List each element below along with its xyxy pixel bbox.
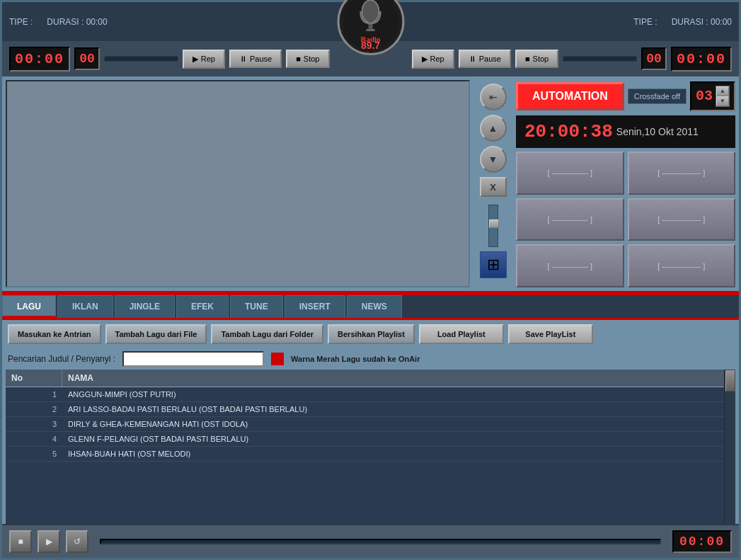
grid-button-5[interactable]: [ -------------- ]	[516, 244, 624, 287]
digit-small-right: 00	[641, 47, 667, 70]
table-header: No NAMA	[6, 370, 735, 387]
slider-thumb[interactable]	[489, 219, 499, 228]
tambah-file-button[interactable]: Tambah Lagu dari File	[105, 324, 207, 344]
onair-indicator	[271, 353, 284, 365]
header-nama: NAMA	[62, 370, 735, 387]
search-row: Pencarian Judul / Penyanyi : Warna Merah…	[2, 348, 739, 370]
table-body: 1 ANGGUN-MIMPI (OST PUTRI) 2 ARI LASSO-B…	[6, 387, 735, 522]
crossfade-down-arrow[interactable]: ▼	[716, 96, 729, 106]
tipe-label-left: TIPE :	[9, 17, 33, 27]
pause-button-left[interactable]: ⏸ Pause	[229, 50, 282, 68]
vertical-slider[interactable]	[488, 205, 498, 247]
search-label: Pencarian Judul / Penyanyi :	[8, 354, 115, 364]
tab-news[interactable]: NEWS	[347, 295, 402, 318]
save-playlist-button[interactable]: Save PlayList	[508, 324, 593, 344]
grid-button-4[interactable]: [ --------------- ]	[628, 198, 736, 241]
stop-transport-icon: ■	[18, 537, 23, 547]
crossfade-up-arrow[interactable]: ▲	[716, 86, 729, 96]
row-nama: ANGGUN-MIMPI (OST PUTRI)	[62, 387, 735, 401]
load-playlist-button[interactable]: Load Playlist	[419, 324, 504, 344]
table-row[interactable]: 2 ARI LASSO-BADAI PASTI BERLALU (OST BAD…	[6, 402, 735, 417]
logo-center: Radio 89.7	[337, 0, 404, 55]
crossfade-label: Crossfade off	[628, 88, 687, 104]
rep-button-right[interactable]: ▶ Rep	[412, 50, 454, 69]
nav-top-button[interactable]: ⇤	[480, 84, 507, 110]
tab-efek[interactable]: EFEK	[176, 295, 229, 318]
grid-button-1[interactable]: [ -------------- ]	[516, 152, 624, 195]
rep-icon-left: ▶	[193, 55, 198, 64]
pause-icon-right: ⏸	[469, 55, 476, 63]
row-no: 4	[6, 432, 62, 446]
grid-button-6[interactable]: [ --------------- ]	[628, 244, 736, 287]
tab-lagu[interactable]: LAGU	[2, 295, 56, 318]
tambah-folder-button[interactable]: Tambah Lagu dari Folder	[211, 324, 323, 344]
x-button[interactable]: X	[480, 177, 507, 197]
transport-progress[interactable]	[100, 539, 661, 544]
top-bar: TIPE : DURASI : 00:00 Radio 89.7	[2, 2, 739, 41]
grid-button-2[interactable]: [ --------------- ]	[628, 152, 736, 195]
stop-button-right[interactable]: ■ Stop	[515, 50, 558, 68]
durasi-label-left: DURASI : 00:00	[47, 17, 107, 27]
app-container: TIPE : DURASI : 00:00 Radio 89.7	[0, 0, 741, 560]
stop-button-left[interactable]: ■ Stop	[286, 50, 329, 68]
pause-icon-left: ⏸	[239, 55, 247, 63]
svg-rect-1	[369, 21, 373, 29]
grid-button-3[interactable]: [ -------------- ]	[516, 198, 624, 241]
masukan-antrian-button[interactable]: Masukan ke Antrian	[8, 324, 101, 344]
crossfade-spinner: 03 ▲ ▼	[690, 81, 735, 111]
center-controls: ⇤ ▲ ▼ X ⊞	[473, 76, 512, 291]
durasi-label-right: DURASI : 00:00	[672, 17, 732, 27]
clock-time: 20:00:38	[524, 121, 613, 142]
crossfade-value: 03	[696, 88, 713, 104]
nav-up-button[interactable]: ▲	[480, 115, 507, 142]
nav-top-icon: ⇤	[489, 91, 498, 103]
search-input[interactable]	[122, 351, 264, 367]
repeat-transport-icon: ↺	[74, 537, 81, 547]
tab-tune[interactable]: TUNE	[230, 295, 283, 318]
bersihkan-button[interactable]: Bersihkan Playlist	[328, 324, 415, 344]
tab-insert[interactable]: INSERT	[285, 295, 345, 318]
bottom-transport: ■ ▶ ↺ 00:00	[2, 524, 739, 558]
svg-point-0	[362, 0, 379, 23]
main-content: ⇤ ▲ ▼ X ⊞ AUTOMATION Crossfade off	[2, 76, 739, 291]
digit-display-left: 00:00	[9, 47, 70, 72]
waveform-panel	[6, 80, 470, 287]
top-left: TIPE : DURASI : 00:00	[9, 17, 371, 27]
table-row[interactable]: 3 DIRLY & GHEA-KEMENANGAN HATI (OST IDOL…	[6, 417, 735, 432]
play-transport-button[interactable]: ▶	[38, 530, 60, 553]
control-left: 00:00 00 ▶ Rep ⏸ Pause ■ Stop	[9, 47, 330, 72]
rep-icon-right: ▶	[422, 55, 427, 64]
tab-jingle[interactable]: JINGLE	[115, 295, 175, 318]
stop-icon-left: ■	[296, 55, 301, 63]
row-nama: IHSAN-BUAH HATI (OST MELODI)	[62, 447, 735, 461]
table-row[interactable]: 1 ANGGUN-MIMPI (OST PUTRI)	[6, 387, 735, 402]
right-panel: AUTOMATION Crossfade off 03 ▲ ▼ 20:00:38…	[512, 76, 739, 291]
row-nama: ARI LASSO-BADAI PASTI BERLALU (OST BADAI…	[62, 402, 735, 416]
progress-bar-top-right	[563, 56, 637, 62]
header-no: No	[6, 370, 62, 387]
button-grid: [ -------------- ] [ --------------- ] […	[516, 152, 735, 287]
table-row[interactable]: 5 IHSAN-BUAH HATI (OST MELODI)	[6, 447, 735, 462]
rep-button-left[interactable]: ▶ Rep	[183, 50, 225, 69]
nav-up-icon: ▲	[488, 122, 498, 134]
nav-down-button[interactable]: ▼	[480, 146, 507, 173]
windows-icon: ⊞	[487, 256, 500, 274]
table-row[interactable]: 4 GLENN F-PELANGI (OST BADAI PASTI BERLA…	[6, 432, 735, 447]
control-right: ▶ Rep ⏸ Pause ■ Stop 00 00:00	[412, 47, 733, 72]
scrollbar-thumb[interactable]	[725, 370, 735, 392]
repeat-transport-button[interactable]: ↺	[66, 530, 88, 553]
tipe-label-right: TIPE :	[633, 17, 657, 27]
windows-button[interactable]: ⊞	[480, 251, 507, 278]
row-no: 1	[6, 387, 62, 401]
tab-iklan[interactable]: IKLAN	[57, 295, 113, 318]
row-no: 3	[6, 417, 62, 431]
table-scrollbar[interactable]	[724, 370, 735, 524]
stop-transport-button[interactable]: ■	[9, 530, 32, 553]
pause-button-right[interactable]: ⏸ Pause	[459, 50, 511, 68]
clock-date: Senin,10 Okt 2011	[616, 126, 699, 137]
crossfade-arrows: ▲ ▼	[716, 86, 730, 107]
automation-button[interactable]: AUTOMATION	[516, 82, 624, 110]
transport-time: 00:00	[672, 530, 732, 553]
clock-row: 20:00:38 Senin,10 Okt 2011	[516, 115, 735, 148]
logo-circle: Radio 89.7	[337, 0, 404, 55]
